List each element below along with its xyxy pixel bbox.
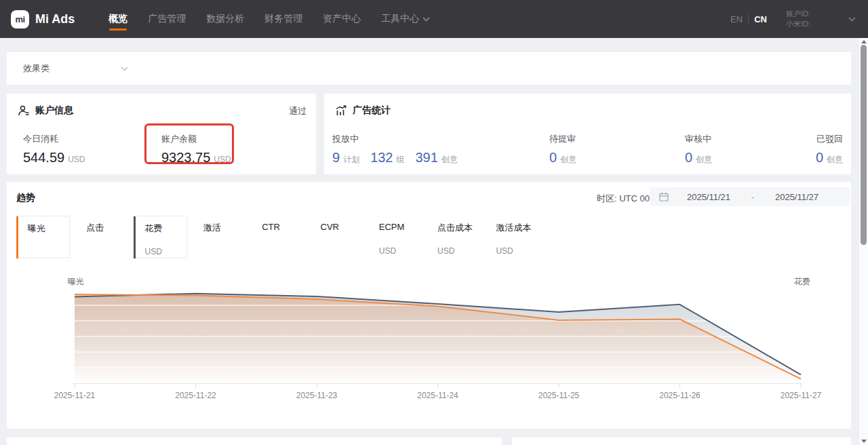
metric-tab-5[interactable]: CVR: [309, 216, 363, 258]
ad-stats-title: 广告统计: [353, 104, 391, 117]
main-nav: 概览广告管理数据分析财务管理资产中心工具中心: [108, 1, 430, 37]
metric-tab-label: 点击: [86, 222, 128, 234]
nav-item-5[interactable]: 工具中心: [381, 1, 430, 37]
bottom-right-card-partial: [512, 438, 851, 445]
account-info-title: 账户信息: [35, 104, 73, 117]
nav-item-3[interactable]: 财务管理: [264, 1, 302, 37]
metric-tab-accent-bar: [134, 216, 136, 258]
metric-tab-2[interactable]: 花费USD: [134, 216, 187, 258]
metric-tab-label: CVR: [321, 222, 363, 232]
ad-stats-metric-value: 391: [416, 150, 438, 166]
x-axis-tick-label: 2025-11-23: [286, 391, 347, 400]
account-id-label: 账户ID:: [786, 9, 810, 19]
balance-label: 账户余额: [161, 133, 231, 145]
calendar-icon: [659, 192, 669, 201]
ad-stats-metric-unit: 组: [397, 154, 405, 166]
nav-item-label: 工具中心: [381, 13, 419, 25]
nav-item-label: 财务管理: [264, 13, 302, 25]
metric-tab-label: ECPM: [379, 222, 421, 232]
ad-stats-group-label: 已驳回: [816, 133, 843, 145]
metric-tab-unit: USD: [145, 247, 162, 256]
xiaomi-id-label: 小米ID:: [786, 19, 810, 29]
x-axis-tick-label: 2025-11-21: [44, 391, 105, 400]
metric-tab-4[interactable]: CTR: [250, 216, 304, 258]
brand: mi Mi Ads: [11, 10, 75, 28]
nav-item-label: 概览: [108, 13, 127, 25]
ad-stats-group-2: 审核中0创意: [685, 133, 712, 166]
account-ids: 账户ID: 小米ID:: [786, 9, 810, 29]
metric-tab-3[interactable]: 激活: [192, 216, 245, 258]
chart-x-axis-labels: 2025-11-212025-11-222025-11-232025-11-24…: [73, 391, 802, 402]
scrollbar-thumb[interactable]: [861, 45, 867, 245]
metric-tab-accent-bar: [16, 216, 18, 258]
ad-stats-metric-value: 132: [370, 150, 393, 166]
nav-item-1[interactable]: 广告管理: [148, 1, 186, 37]
lang-divider: [748, 15, 749, 23]
ad-stats-metric-unit: 创意: [827, 154, 843, 166]
scrollbar-up-arrow[interactable]: [861, 40, 867, 43]
chevron-down-icon: [422, 17, 430, 22]
date-range-picker[interactable]: 2025/11/21 - 2025/11/27: [650, 187, 850, 206]
ad-stats-metric-value: 0: [685, 150, 692, 166]
metric-tab-6[interactable]: ECPMUSD: [368, 216, 421, 258]
bottom-left-card-partial: [7, 438, 502, 445]
metric-tab-unit: USD: [496, 246, 513, 256]
ad-stats-metric: 132组: [370, 150, 404, 166]
metric-tab-8[interactable]: 激活成本USD: [484, 216, 538, 258]
account-info-header: 账户信息: [7, 94, 316, 117]
top-navbar: mi Mi Ads 概览广告管理数据分析财务管理资产中心工具中心 EN CN 账…: [0, 0, 868, 38]
ad-stats-metric: 391创意: [416, 150, 458, 166]
ad-stats-metric-value: 0: [549, 150, 557, 166]
nav-item-label: 广告管理: [148, 13, 186, 25]
metric-tab-label: 点击成本: [437, 222, 479, 234]
date-range-end[interactable]: 2025/11/27: [757, 192, 837, 202]
x-axis-tick-label: 2025-11-22: [165, 391, 226, 400]
today-spend-label: 今日消耗: [23, 133, 85, 145]
date-range-separator: -: [749, 192, 757, 202]
ad-type-select[interactable]: 效果类: [23, 62, 128, 75]
ad-stats-metric: 0创意: [685, 150, 712, 166]
trend-title: 趋势: [16, 192, 35, 204]
language-switch: EN CN: [730, 14, 767, 24]
filter-bar: 效果类: [7, 52, 851, 85]
date-range-start[interactable]: 2025/11/21: [669, 192, 749, 202]
ad-stats-metric-value: 0: [816, 150, 823, 166]
metric-tab-0[interactable]: 曝光: [16, 216, 70, 258]
ad-stats-metric-value: 9: [332, 150, 340, 166]
metric-tab-7[interactable]: 点击成本USD: [426, 216, 479, 258]
nav-item-label: 资产中心: [323, 13, 361, 25]
nav-item-0[interactable]: 概览: [108, 1, 127, 37]
metric-tab-label: 激活: [203, 222, 245, 234]
ad-type-select-value: 效果类: [23, 62, 50, 75]
trend-card: 趋势 时区: UTC 00:00 2025/11/21 - 2025/11/27…: [7, 182, 851, 429]
balance-value: 9323.75: [161, 150, 210, 166]
metric-tab-label: 花费: [145, 222, 186, 235]
account-status-badge: 通过: [289, 105, 307, 117]
ad-stats-metric-unit: 创意: [696, 154, 712, 166]
lang-cn-button[interactable]: CN: [754, 14, 767, 24]
metric-tab-label: 曝光: [28, 222, 69, 235]
user-icon: [18, 104, 30, 117]
ad-stats-metric: 0创意: [549, 150, 576, 166]
brand-name: Mi Ads: [35, 12, 75, 26]
metric-tab-1[interactable]: 点击: [75, 216, 128, 258]
ad-stats-group-0: 投放中9计划132组391创意: [332, 133, 458, 166]
metric-tab-unit: USD: [379, 246, 396, 256]
metric-tab-bar: 曝光点击花费USD激活CTRCVRECPMUSD点击成本USD激活成本USD: [7, 216, 851, 258]
metric-tab-unit: USD: [437, 246, 454, 256]
ad-stats-group-label: 审核中: [685, 133, 712, 145]
nav-item-label: 数据分析: [206, 13, 244, 25]
trend-chart-svg: [73, 285, 802, 388]
bar-chart-icon: [335, 104, 347, 117]
scrollbar-down-arrow[interactable]: [861, 440, 867, 443]
account-chevron-down-icon[interactable]: [848, 17, 856, 22]
x-axis-tick-label: 2025-11-24: [408, 391, 469, 400]
lang-en-button[interactable]: EN: [730, 14, 743, 24]
nav-item-2[interactable]: 数据分析: [206, 1, 244, 37]
ad-stats-group-3: 已驳回0创意: [816, 133, 843, 166]
vertical-scrollbar[interactable]: [859, 38, 868, 445]
ad-stats-metric-unit: 创意: [441, 154, 458, 166]
ad-stats-metric: 9计划: [332, 150, 359, 166]
nav-item-4[interactable]: 资产中心: [323, 1, 361, 37]
x-axis-tick-label: 2025-11-26: [650, 391, 711, 400]
